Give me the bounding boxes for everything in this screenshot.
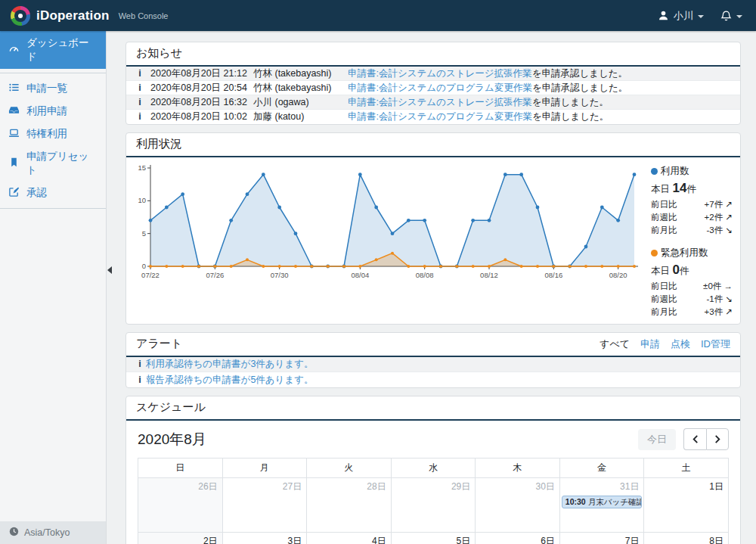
clock-icon [9,527,19,539]
sidebar-item-3[interactable]: 利用申請 [0,100,106,123]
calendar-day-cell[interactable]: 29日 [392,478,476,533]
brand: iDoperation Web Console [11,6,169,26]
calendar-day-cell[interactable]: 5日 [392,533,476,544]
calendar-day-cell[interactable]: 4日 [307,533,392,544]
calendar-day-cell[interactable]: 6日 [476,533,560,544]
calendar-day-cell[interactable]: 7日 [560,533,645,544]
stat-label: 前週比 [651,212,677,223]
sidebar-divider [0,73,106,73]
calendar-day-header: 月 [223,459,308,478]
notice-suffix: を申請しました。 [532,97,609,107]
sidebar-item-6[interactable]: 承認 [0,182,106,204]
info-icon: i [134,68,146,79]
calendar-date-label: 7日 [560,533,644,544]
stat-label: 前月比 [651,306,677,318]
notices-title: お知らせ [136,46,182,61]
alert-link[interactable]: 利用承認待ちの申請書が3件あります。 [146,359,314,370]
stat-value: +3件 ↗ [705,306,733,318]
user-menu[interactable]: 小川 [658,9,704,23]
calendar-day-cell[interactable]: 30日 [476,478,560,533]
notice-user: 竹林 (takebayashi) [253,82,348,94]
usage-series-name: 利用数 [661,165,689,178]
calendar-date-label: 4日 [307,533,391,544]
calendar-date-label: 30日 [476,478,559,496]
svg-text:07/30: 07/30 [271,271,289,279]
calendar-day-header: 日 [138,459,223,478]
calendar-date-label: 8日 [644,533,728,544]
calendar-day-cell[interactable]: 1日 [644,478,729,533]
prev-month-button[interactable] [683,428,706,450]
notices-panel: お知らせ i2020年08月20日 21:12竹林 (takebayashi)申… [125,42,741,125]
info-icon: i [134,82,146,94]
chevron-down-icon [698,15,704,18]
calendar-day-cell[interactable]: 28日 [307,478,392,533]
usage-title: 利用状況 [136,137,181,151]
calendar-date-label: 6日 [476,533,559,544]
svg-text:07/26: 07/26 [206,271,224,279]
pen-square-icon [8,186,20,200]
notice-row: i2020年08月20日 20:54竹林 (takebayashi)申請書:会計… [126,81,740,95]
calendar-date-label: 2日 [138,533,222,544]
calendar-day-cell[interactable]: 8日 [644,533,729,544]
notice-link[interactable]: 申請書:会計システムのプログラム変更作業 [348,111,532,122]
calendar-day-cell[interactable]: 26日 [138,478,223,533]
notice-user: 小川 (ogawa) [253,97,348,108]
sidebar-item-1[interactable]: ダッシュボード [0,31,106,69]
schedule-title: スケジュール [136,400,206,415]
notice-time: 2020年08月20日 21:12 [146,68,253,79]
stat-label: 前週比 [651,294,677,305]
calendar-date-label: 3日 [223,533,307,544]
svg-text:08/16: 08/16 [544,271,562,279]
alert-link[interactable]: 報告承認待ちの申請書が5件あります。 [146,375,314,386]
notice-link[interactable]: 申請書:会計システムのストレージ拡張作業 [348,68,532,79]
alert-filter[interactable]: すべて [600,337,630,351]
notice-user: 加藤 (katou) [253,111,348,123]
notice-message: 申請書:会計システムのプログラム変更作業を申請しました。 [348,111,609,123]
calendar-day-cell[interactable]: 3日 [223,533,308,544]
calendar-day-cell[interactable]: 2日 [138,533,223,544]
sidebar-collapse-handle[interactable] [107,266,112,274]
sidebar-item-label: 利用申請 [26,104,67,118]
usage-series-dot-icon [651,168,658,175]
info-icon: i [134,375,146,386]
sidebar-item-4[interactable]: 特権利用 [0,123,106,145]
laptop-icon [8,127,20,141]
stat-value: -1件 ↘ [706,294,733,305]
timezone-label: Asia/Tokyo [24,527,70,538]
notice-time: 2020年08月20日 10:02 [146,111,253,123]
alerts-panel: アラート すべて申請点検ID管理 i利用承認待ちの申請書が3件あります。i報告承… [125,332,741,388]
calendar-day-header: 木 [476,459,560,478]
calendar-day-header: 火 [307,459,392,478]
sidebar-item-2[interactable]: 申請一覧 [0,77,106,100]
bookmark-icon [8,157,20,170]
event-time: 10:30 [565,497,586,506]
alert-filter[interactable]: 点検 [671,337,690,351]
emergency-series-name: 緊急利用数 [661,247,708,260]
sidebar-item-label: 承認 [26,186,47,200]
schedule-panel: スケジュール 2020年8月 今日 日月火 [125,396,741,544]
calendar-date-label: 5日 [392,533,476,544]
today-value: 14 [672,181,686,195]
notice-time: 2020年08月20日 20:54 [146,82,253,94]
calendar-date-label: 26日 [138,478,222,496]
alert-filter[interactable]: 申請 [640,337,660,351]
stat-value: +2件 ↗ [705,212,733,223]
calendar-day-header: 土 [644,459,729,478]
notice-user: 竹林 (takebayashi) [253,68,348,79]
calendar-day-cell[interactable]: 27日 [223,478,308,533]
svg-text:08/12: 08/12 [480,271,498,279]
chevron-right-icon [714,434,722,444]
calendar-date-label: 31日 [560,478,644,496]
alert-filter[interactable]: ID管理 [701,337,730,351]
next-month-button[interactable] [706,428,729,450]
notice-link[interactable]: 申請書:会計システムのプログラム変更作業 [348,82,532,93]
notice-link[interactable]: 申請書:会計システムのストレージ拡張作業 [348,97,532,107]
notification-menu[interactable] [720,10,742,21]
idoperation-logo-icon [11,6,30,26]
main-content: お知らせ i2020年08月20日 21:12竹林 (takebayashi)申… [107,31,756,544]
today-button[interactable]: 今日 [638,429,676,450]
calendar-date-label: 28日 [307,478,391,496]
notice-suffix: を申請承認しました。 [532,68,627,79]
sidebar-item-5[interactable]: 申請プリセット [0,145,106,182]
calendar-event[interactable]: 10:30月末バッチ確認作業 [562,496,643,508]
